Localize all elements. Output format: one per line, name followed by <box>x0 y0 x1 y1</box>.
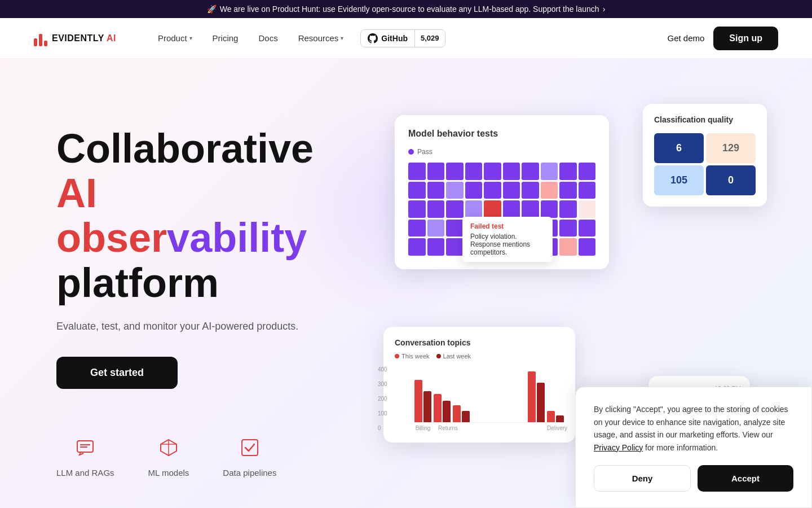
nav-resources[interactable]: Resources ▾ <box>290 29 352 47</box>
logo-bar-1 <box>34 38 37 46</box>
failed-test-tooltip: Failed test Policy violation. Response m… <box>462 217 553 262</box>
hm-cell <box>446 182 464 199</box>
privacy-policy-link[interactable]: Privacy Policy <box>594 443 643 452</box>
bar-last-week <box>443 401 451 422</box>
cookie-buttons: Deny Accept <box>594 465 793 492</box>
hero-obser: obser <box>56 215 167 260</box>
chat-icon <box>72 434 99 461</box>
top-banner: 🚀 We are live on Product Hunt: use Evide… <box>0 0 812 18</box>
bar-this-week <box>528 371 536 422</box>
hero-subtitle: Evaluate, test, and monitor your AI-powe… <box>56 319 350 334</box>
hero-platform: platform <box>56 261 350 305</box>
hm-cell <box>522 163 539 180</box>
hm-cell <box>408 220 426 237</box>
chevron-down-icon-resources: ▾ <box>341 35 343 41</box>
hm-cell <box>408 200 426 218</box>
hm-cell <box>408 163 426 180</box>
hm-cell <box>559 238 577 256</box>
cube-icon <box>155 434 182 461</box>
classification-title: Classification quality <box>654 115 756 124</box>
legend-this-week: This week <box>395 353 430 360</box>
github-label: GitHub <box>381 34 408 43</box>
hm-cell <box>579 163 596 180</box>
hero-ai: AI <box>56 170 97 216</box>
bar-this-week <box>414 380 422 422</box>
cls-cell-2: 129 <box>706 133 756 163</box>
banner-text: We are live on Product Hunt: use Evident… <box>220 5 599 14</box>
logo[interactable]: EVIDENTLY AI <box>34 30 116 46</box>
nav-links: Product ▾ Pricing Docs Resources ▾ GitHu… <box>150 29 668 47</box>
hm-cell <box>446 163 464 180</box>
x-label-returns: Returns <box>438 425 455 431</box>
banner-emoji: 🚀 <box>207 5 217 14</box>
bar-last-week <box>537 383 545 422</box>
signup-button[interactable]: Sign up <box>713 27 778 50</box>
hm-cell <box>541 163 558 180</box>
y-axis-labels: 400 300 200 100 0 <box>378 366 387 431</box>
hero-ability: ability <box>189 215 307 260</box>
hm-cell <box>503 163 520 180</box>
hm-cell <box>579 238 596 256</box>
cls-cell-1: 6 <box>654 133 704 163</box>
hm-cell <box>408 238 426 256</box>
feature-icons: LLM and RAGs ML models <box>56 434 350 478</box>
main-nav: EVIDENTLY AI Product ▾ Pricing Docs Reso… <box>0 18 812 59</box>
nav-docs[interactable]: Docs <box>250 29 285 47</box>
check-box-icon <box>236 434 263 461</box>
nav-product[interactable]: Product ▾ <box>150 29 200 47</box>
legend-last-week: Last week <box>436 353 471 360</box>
hero-left: Collaborative AI observability platform … <box>56 104 350 478</box>
hm-cell <box>484 163 501 180</box>
hm-cell <box>427 220 445 237</box>
legend-pass-dot <box>408 149 414 155</box>
hm-cell <box>579 220 596 237</box>
conversation-card: Conversation topics This week Last week … <box>383 327 575 443</box>
hm-cell <box>541 200 558 218</box>
get-started-button[interactable]: Get started <box>56 357 178 389</box>
bar-this-week <box>434 394 442 422</box>
logo-bar-3 <box>44 41 47 46</box>
hero-title: Collaborative AI observability platform <box>56 126 350 305</box>
hero-v: v <box>167 215 189 260</box>
hm-cell <box>579 182 596 199</box>
legend-pass: Pass <box>408 148 595 156</box>
hm-cell <box>559 163 577 180</box>
bar-group-gap <box>453 405 470 422</box>
tooltip-title: Failed test <box>470 222 545 230</box>
github-icon <box>368 33 378 43</box>
hm-cell <box>541 182 558 199</box>
feature-pipelines-label: Data pipelines <box>223 468 276 478</box>
hm-cell <box>408 182 426 199</box>
bar-this-week <box>453 405 461 422</box>
hm-cell <box>427 182 445 199</box>
logo-text: EVIDENTLY AI <box>52 33 116 43</box>
feature-ml-models: ML models <box>148 434 189 478</box>
github-btn-left: GitHub <box>361 30 415 47</box>
bar-last-week <box>423 391 431 422</box>
hm-cell <box>484 182 501 199</box>
classification-card: Classification quality 6 129 105 0 <box>643 104 767 207</box>
bar-last-week <box>462 411 470 422</box>
get-demo-link[interactable]: Get demo <box>667 33 704 43</box>
logo-bar-2 <box>39 34 42 46</box>
x-axis-labels: Billing Returns Delivery <box>414 425 564 431</box>
bar-group-5 <box>547 411 564 422</box>
cookie-accept-button[interactable]: Accept <box>698 465 793 492</box>
hm-cell <box>522 200 539 218</box>
hm-cell <box>579 200 596 218</box>
hm-cell <box>559 220 577 237</box>
hm-cell <box>484 200 501 218</box>
bar-group-billing <box>414 380 431 422</box>
bar-group-delivery <box>528 371 545 422</box>
svg-rect-6 <box>242 440 258 456</box>
hm-cell <box>446 238 464 256</box>
hm-cell <box>446 220 464 237</box>
github-button[interactable]: GitHub 5,029 <box>360 29 445 47</box>
hm-cell <box>465 163 483 180</box>
bar-this-week <box>547 411 555 422</box>
hm-cell <box>465 182 483 199</box>
banner-arrow[interactable]: › <box>603 5 606 14</box>
cookie-deny-button[interactable]: Deny <box>594 465 691 492</box>
cookie-banner: By clicking "Accept", you agree to the s… <box>575 387 812 508</box>
nav-pricing[interactable]: Pricing <box>205 29 246 47</box>
